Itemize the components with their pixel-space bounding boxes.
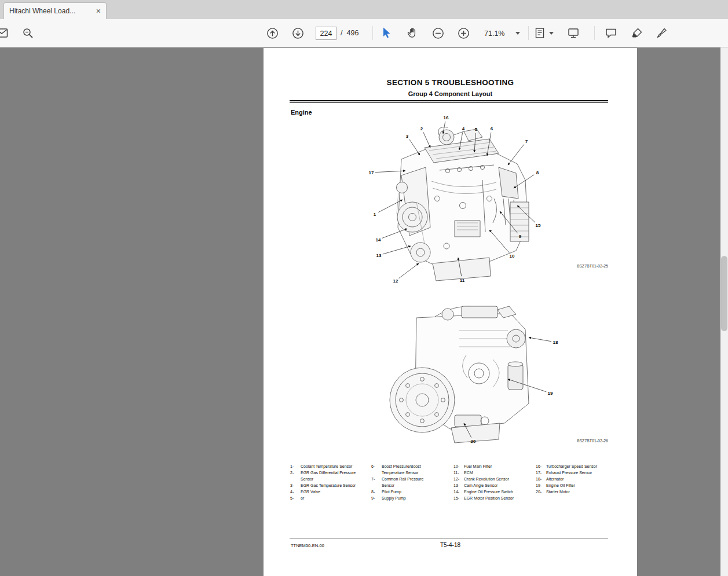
hand-tool-button[interactable]: [404, 24, 421, 42]
tab-close-button[interactable]: ×: [96, 7, 101, 15]
callout-number: 18: [553, 340, 558, 345]
legend-item-label: EGR Valve: [301, 489, 320, 495]
previous-page-button[interactable]: [264, 24, 281, 42]
legend-item-label: Exhaust Pressure Sensor: [546, 469, 592, 476]
engine-figure-2: 181920: [379, 280, 565, 453]
callout-leader-line: [508, 145, 524, 165]
document-tab[interactable]: Hitachi Wheel Load... ×: [3, 2, 107, 19]
legend-item: 10-Fuel Main Filter: [453, 463, 536, 469]
legend-item: 20-Starter Motor: [536, 489, 609, 495]
legend-item: 7-Common Rail Pressure Sensor: [371, 476, 453, 489]
page-subtitle: Group 4 Component Layout: [264, 90, 637, 97]
next-page-button[interactable]: [289, 24, 306, 42]
legend: 1-Coolant Temperature Sensor2-EGR Gas Di…: [290, 463, 610, 501]
zoom-out-button[interactable]: [429, 24, 447, 42]
email-button[interactable]: [0, 24, 10, 42]
marquee-zoom-button[interactable]: [19, 24, 36, 42]
legend-item-number: 2-: [290, 469, 301, 482]
pdf-page: SECTION 5 TROUBLESHOOTING Group 4 Compon…: [264, 48, 637, 576]
legend-item-number: 19-: [536, 482, 546, 489]
callout-leader-line: [383, 246, 411, 254]
legend-item-number: 5-: [290, 495, 301, 501]
legend-column: 10-Fuel Main Filter11-ECM12-Crank Revolu…: [453, 463, 536, 501]
fill-sign-tool-button[interactable]: [653, 24, 671, 42]
legend-item-label: EGR Motor Position Sensor: [464, 495, 514, 501]
legend-item: 19-Engine Oil Filter: [536, 482, 609, 489]
select-tool-button[interactable]: [378, 24, 395, 42]
legend-item: 5-or: [290, 495, 371, 501]
legend-item-number: 4-: [290, 489, 301, 495]
legend-item-number: 10-: [453, 463, 464, 469]
legend-item-label: Pilot Pump: [382, 489, 401, 495]
page-number-input[interactable]: [316, 27, 336, 40]
legend-column: 6-Boost Pressure/Boost Temperature Senso…: [371, 463, 453, 501]
legend-item-label: EGR Gas Differential Pressure Sensor: [301, 469, 356, 482]
legend-column: 16-Turbocharger Speed Sensor17-Exhaust P…: [536, 463, 609, 501]
vertical-scrollbar[interactable]: [720, 47, 728, 576]
legend-item-number: 3-: [290, 482, 301, 489]
figure-1-caption: 8SZ7BT01-02-25: [290, 264, 608, 268]
legend-item-number: 18-: [536, 476, 546, 482]
chevron-down-icon: [515, 32, 520, 35]
legend-item: 1-Coolant Temperature Sensor: [290, 463, 371, 469]
callout-number: 17: [369, 170, 374, 175]
legend-item-number: 7-: [371, 476, 382, 489]
legend-item-number: 14-: [453, 489, 464, 495]
toolbar-separator: [372, 26, 373, 40]
legend-item-label: Cam Angle Sensor: [464, 482, 497, 489]
legend-item-number: 9-: [371, 495, 382, 501]
page-count-divider: /: [341, 29, 342, 37]
callout-number: 19: [548, 391, 553, 396]
legend-item-label: Crank Revolution Sensor: [464, 476, 509, 482]
legend-item-number: 15-: [453, 495, 464, 501]
comment-bubble-icon: [604, 26, 618, 40]
legend-item: 13-Cam Angle Sensor: [453, 482, 536, 489]
arrow-up-circle-icon: [266, 27, 279, 40]
tab-title: Hitachi Wheel Load...: [9, 7, 93, 15]
callout-number: 5: [475, 127, 478, 132]
comment-tool-button[interactable]: [602, 24, 620, 42]
legend-item-label: Common Rail Pressure Sensor: [382, 476, 437, 489]
footer-page-code: T5-4-18: [264, 542, 637, 548]
legend-item-label: ECM: [464, 469, 473, 476]
legend-item-label: Turbocharger Speed Sensor: [546, 463, 597, 469]
pdf-viewer-window: Hitachi Wheel Load... ×: [0, 0, 728, 576]
legend-item: 12-Crank Revolution Sensor: [453, 476, 536, 482]
legend-item: 4-EGR Valve: [290, 489, 371, 495]
pdf-canvas[interactable]: SECTION 5 TROUBLESHOOTING Group 4 Compon…: [0, 47, 720, 576]
legend-item-number: 8-: [371, 489, 382, 495]
engine-illustration: [390, 306, 529, 443]
legend-item-number: 17-: [536, 469, 546, 476]
legend-item-label: Engine Oil Filter: [546, 482, 575, 489]
legend-item-number: 16-: [536, 463, 546, 469]
plus-circle-icon: [457, 27, 470, 40]
legend-item-label: Starter Motor: [546, 489, 570, 495]
callout-number: 15: [536, 223, 541, 228]
zoom-in-button[interactable]: [455, 24, 472, 42]
toolbar-separator: [594, 26, 595, 40]
toolbar-separator: [528, 26, 529, 40]
search-icon: [21, 26, 35, 40]
legend-item-number: 1-: [290, 463, 301, 469]
callout-number: 3: [406, 134, 409, 139]
signature-pen-icon: [655, 26, 669, 40]
scrollbar-thumb[interactable]: [721, 256, 727, 331]
callout-number: 4: [462, 126, 465, 131]
callout-number: 1: [374, 212, 376, 217]
scrolling-mode-button[interactable]: [565, 24, 582, 42]
callout-number: 9: [519, 234, 522, 239]
legend-item: 3-EGR Gas Temperature Sensor: [290, 482, 371, 489]
page-fit-dropdown[interactable]: [531, 24, 556, 42]
legend-item-number: 20-: [536, 489, 546, 495]
engine-figure-1: 1623456717811591413101211: [345, 112, 623, 285]
footer-rule: [290, 538, 608, 538]
callout-number: 10: [510, 254, 515, 259]
zoom-level-dropdown[interactable]: 71.1%: [481, 25, 524, 41]
callout-number: 7: [525, 139, 528, 144]
mail-icon: [0, 26, 9, 40]
arrow-down-circle-icon: [291, 27, 305, 40]
callout-number: 6: [491, 126, 493, 131]
legend-item: 14-Engine Oil Pressure Switch: [453, 489, 536, 495]
highlight-tool-button[interactable]: [628, 24, 646, 42]
legend-item-label: Engine Oil Pressure Switch: [464, 489, 513, 495]
